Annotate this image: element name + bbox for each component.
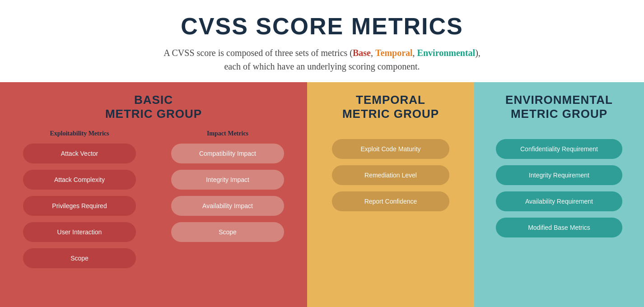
basic-columns: Exploitability Metrics Attack Vector Att… — [9, 130, 298, 274]
subtitle-comma2: , — [413, 48, 417, 58]
subtitle: A CVSS score is composed of three sets o… — [18, 46, 626, 73]
temporal-group-title: TEMPORAL METRIC GROUP — [342, 93, 439, 121]
base-label: Base — [353, 48, 371, 58]
basic-metric-group: BASIC METRIC GROUP Exploitability Metric… — [0, 82, 307, 307]
header-section: CVSS SCORE METRICS A CVSS score is compo… — [0, 0, 644, 82]
list-item: Compatibility Impact — [171, 144, 284, 163]
list-item: Integrity Impact — [171, 170, 284, 190]
temporal-metric-group: TEMPORAL METRIC GROUP Exploit Code Matur… — [307, 82, 474, 307]
page-title: CVSS SCORE METRICS — [18, 13, 626, 40]
list-item: Modified Base Metrics — [496, 218, 622, 237]
list-item: Availability Requirement — [496, 191, 622, 211]
exploitability-column: Exploitability Metrics Attack Vector Att… — [9, 130, 150, 274]
environmental-label: Environmental — [417, 48, 476, 58]
list-item: User Interaction — [23, 222, 136, 242]
list-item: Scope — [23, 248, 136, 268]
list-item: Integrity Requirement — [496, 165, 622, 185]
temporal-label: Temporal — [375, 48, 413, 58]
list-item: Privileges Required — [23, 196, 136, 216]
list-item: Confidentiality Requirement — [496, 139, 622, 159]
list-item: Attack Complexity — [23, 170, 136, 190]
subtitle-line2: each of which have an underlying scoring… — [224, 61, 420, 71]
basic-group-title: BASIC METRIC GROUP — [105, 93, 202, 121]
list-item: Report Confidence — [332, 191, 449, 211]
list-item: Exploit Code Maturity — [332, 139, 449, 159]
subtitle-after: ), — [475, 48, 481, 58]
exploitability-header: Exploitability Metrics — [50, 130, 109, 137]
temporal-pills: Exploit Code Maturity Remediation Level … — [316, 139, 465, 218]
subtitle-text-before: A CVSS score is composed of three sets o… — [163, 48, 353, 58]
list-item: Remediation Level — [332, 165, 449, 185]
list-item: Availability Impact — [171, 196, 284, 216]
impact-column: Impact Metrics Compatibility Impact Inte… — [157, 130, 298, 274]
subtitle-comma1: , — [371, 48, 375, 58]
environmental-pills: Confidentiality Requirement Integrity Re… — [483, 139, 635, 244]
metrics-section: BASIC METRIC GROUP Exploitability Metric… — [0, 82, 644, 307]
environmental-metric-group: ENVIRONMENTAL METRIC GROUP Confidentiali… — [474, 82, 644, 307]
page-container: CVSS SCORE METRICS A CVSS score is compo… — [0, 0, 644, 307]
impact-header: Impact Metrics — [207, 130, 248, 137]
list-item: Attack Vector — [23, 144, 136, 163]
environmental-group-title: ENVIRONMENTAL METRIC GROUP — [505, 93, 613, 121]
list-item: Scope — [171, 222, 284, 242]
